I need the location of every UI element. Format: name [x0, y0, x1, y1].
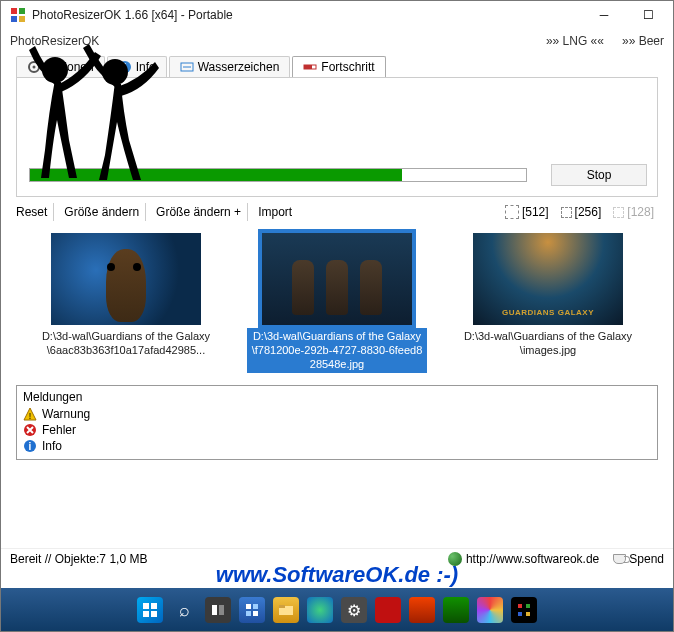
svg-text:i: i: [29, 441, 32, 452]
import-button[interactable]: Import: [252, 203, 298, 221]
svg-rect-22: [151, 611, 157, 617]
thumbnail-caption: D:\3d-wal\Guardians of the Galaxy\images…: [458, 328, 638, 360]
watermark-icon: [180, 60, 194, 74]
svg-rect-21: [143, 611, 149, 617]
stop-button[interactable]: Stop: [551, 164, 647, 186]
thumbnail-caption: D:\3d-wal\Guardians of the Galaxy\f78120…: [247, 328, 427, 373]
svg-rect-34: [526, 612, 530, 616]
tab-watermark[interactable]: Wasserzeichen: [169, 56, 291, 77]
app-icon-orange[interactable]: [409, 597, 435, 623]
svg-rect-19: [143, 603, 149, 609]
message-info[interactable]: i Info: [23, 439, 651, 453]
tab-label: Fortschritt: [321, 60, 374, 74]
explorer-icon[interactable]: [273, 597, 299, 623]
thumb-size-128[interactable]: [128]: [609, 203, 658, 221]
svg-rect-24: [219, 605, 224, 615]
svg-rect-28: [253, 611, 258, 616]
message-label: Info: [42, 439, 62, 453]
action-toolbar: Reset Größe ändern Größe ändern + Import…: [0, 197, 674, 227]
message-error[interactable]: Fehler: [23, 423, 651, 437]
thumbnail-image: [262, 233, 412, 325]
tab-label: Wasserzeichen: [198, 60, 280, 74]
thumbnail-caption: D:\3d-wal\Guardians of the Galaxy\6aac83…: [36, 328, 216, 360]
svg-rect-20: [151, 603, 157, 609]
edge-icon[interactable]: [307, 597, 333, 623]
message-label: Fehler: [42, 423, 76, 437]
svg-rect-25: [246, 604, 251, 609]
size-icon: [505, 205, 519, 219]
language-button[interactable]: »» LNG ««: [546, 34, 604, 48]
thumbnail-item[interactable]: D:\3d-wal\Guardians of the Galaxy\6aac83…: [36, 233, 216, 373]
maximize-button[interactable]: [626, 0, 670, 30]
svg-text:!: !: [29, 411, 32, 421]
thumb-size-256[interactable]: [256]: [557, 203, 606, 221]
taskview-icon[interactable]: [205, 597, 231, 623]
messages-header: Meldungen: [23, 390, 651, 404]
resize-plus-button[interactable]: Größe ändern +: [150, 203, 248, 221]
watermark-text: www.SoftwareOK.de :-): [0, 562, 674, 588]
svg-rect-1: [19, 8, 25, 14]
svg-rect-32: [526, 604, 530, 608]
reset-button[interactable]: Reset: [16, 203, 54, 221]
thumbnail-grid: D:\3d-wal\Guardians of the Galaxy\6aac83…: [0, 227, 674, 379]
tab-progress[interactable]: Fortschritt: [292, 56, 385, 77]
thumbnail-image: [51, 233, 201, 325]
resize-button[interactable]: Größe ändern: [58, 203, 146, 221]
thumbnail-item[interactable]: D:\3d-wal\Guardians of the Galaxy\f78120…: [247, 233, 427, 373]
dancing-figures-icon: [7, 20, 177, 194]
info-icon: i: [23, 439, 37, 453]
message-label: Warnung: [42, 407, 90, 421]
beer-button[interactable]: »» Beer: [622, 34, 664, 48]
paint-icon[interactable]: [477, 597, 503, 623]
thumbnail-item[interactable]: GUARDIANS GALAXY D:\3d-wal\Guardians of …: [458, 233, 638, 373]
widgets-icon[interactable]: [239, 597, 265, 623]
windows-taskbar: ⌕ ⚙: [0, 588, 674, 632]
messages-panel: Meldungen ! Warnung Fehler i Info: [16, 385, 658, 460]
app-icon-red[interactable]: [375, 597, 401, 623]
search-icon[interactable]: ⌕: [171, 597, 197, 623]
svg-rect-27: [246, 611, 251, 616]
app-icon-multi[interactable]: [511, 597, 537, 623]
svg-rect-0: [11, 8, 17, 14]
settings-icon[interactable]: ⚙: [341, 597, 367, 623]
progress-icon: [303, 60, 317, 74]
error-icon: [23, 423, 37, 437]
thumbnail-image: GUARDIANS GALAXY: [473, 233, 623, 325]
warning-icon: !: [23, 407, 37, 421]
svg-rect-30: [279, 605, 285, 608]
svg-rect-11: [304, 65, 312, 69]
size-icon: [561, 207, 572, 218]
app-icon-green[interactable]: [443, 597, 469, 623]
svg-rect-31: [518, 604, 522, 608]
svg-rect-23: [212, 605, 217, 615]
start-button[interactable]: [137, 597, 163, 623]
svg-rect-26: [253, 604, 258, 609]
size-icon: [613, 207, 624, 218]
message-warning[interactable]: ! Warnung: [23, 407, 651, 421]
progress-panel: Stop: [16, 77, 658, 197]
minimize-button[interactable]: [582, 0, 626, 30]
thumb-size-512[interactable]: [512]: [501, 203, 553, 221]
svg-rect-33: [518, 612, 522, 616]
